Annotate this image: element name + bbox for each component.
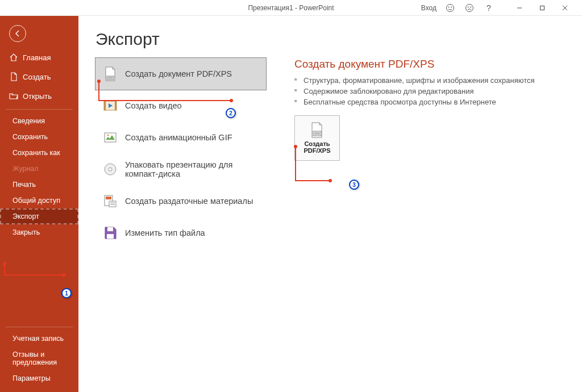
nav-saveas-label: Сохранить как: [13, 149, 60, 157]
bullet-3: Бесплатные средства просмотра доступны в…: [294, 97, 565, 107]
page-heading: Экспорт: [95, 30, 565, 49]
svg-point-5: [470, 6, 471, 7]
nav-new[interactable]: Создать: [0, 67, 78, 86]
annotation-circle-2: 2: [226, 108, 236, 118]
face-smile-icon[interactable]: [444, 2, 456, 14]
cd-icon: [102, 161, 118, 177]
nav-share-label: Общий доступ: [13, 197, 60, 205]
annotation-dot: [62, 273, 65, 277]
nav-close[interactable]: Закрыть: [0, 224, 78, 240]
option-change-type[interactable]: Изменить тип файла: [95, 217, 266, 249]
option-changetype-label: Изменить тип файла: [125, 228, 205, 237]
home-icon: [9, 53, 18, 62]
nav-new-label: Создать: [23, 73, 51, 81]
help-icon[interactable]: ?: [483, 2, 494, 14]
svg-point-16: [107, 134, 109, 136]
pdf-xps-icon: [102, 66, 118, 82]
annotation-dot: [97, 80, 101, 83]
annotation-dot: [329, 179, 332, 182]
svg-rect-20: [106, 197, 111, 199]
option-pdf-xps[interactable]: Создать документ PDF/XPS: [95, 58, 266, 90]
detail-bullets: Структура, форматирование, шрифты и изоб…: [294, 75, 565, 107]
backstage-sidebar: Главная Создать Открыть Сведения Сохрани…: [0, 16, 78, 392]
annotation-line: [295, 147, 296, 181]
option-pack-cd[interactable]: Упаковать презентацию для компакт-диска: [95, 153, 266, 185]
nav-open-label: Открыть: [23, 92, 52, 101]
option-gif-label: Создать анимационный GIF: [125, 133, 232, 142]
nav-info[interactable]: Сведения: [0, 113, 78, 129]
svg-rect-11: [108, 77, 113, 78]
annotation-circle-1: 1: [61, 288, 72, 298]
nav-history-label: Журнал: [13, 165, 39, 173]
create-pdf-button-label: Создать PDF/XPS: [295, 140, 339, 154]
option-video-label: Создать видео: [125, 101, 182, 110]
annotation-line: [98, 81, 99, 101]
nav-account-label: Учетная запись: [13, 335, 64, 343]
signin-link[interactable]: Вход: [421, 4, 436, 12]
create-pdf-xps-button[interactable]: Создать PDF/XPS: [294, 115, 340, 161]
svg-point-1: [448, 6, 450, 7]
save-as-type-icon: [102, 225, 118, 241]
svg-point-4: [468, 6, 469, 7]
nav-save-label: Сохранить: [13, 133, 48, 141]
nav-open[interactable]: Открыть: [0, 86, 78, 106]
nav-print[interactable]: Печать: [0, 177, 78, 193]
gif-icon: [102, 130, 118, 145]
nav-options-label: Параметры: [13, 374, 51, 382]
nav-export-label: Экспорт: [13, 212, 39, 220]
option-handouts[interactable]: Создать раздаточные материалы: [95, 185, 266, 217]
nav-share[interactable]: Общий доступ: [0, 193, 78, 208]
annotation-dot: [230, 99, 233, 102]
svg-rect-25: [107, 234, 114, 239]
folder-open-icon: [9, 91, 18, 101]
nav-export[interactable]: Экспорт: [0, 208, 78, 224]
svg-rect-24: [107, 227, 113, 231]
new-file-icon: [9, 72, 18, 81]
nav-info-label: Сведения: [13, 117, 45, 125]
nav-close-label: Закрыть: [13, 228, 40, 236]
window-title: Презентация1 - PowerPoint: [248, 4, 334, 12]
svg-point-2: [451, 6, 452, 7]
nav-saveas[interactable]: Сохранить как: [0, 145, 78, 161]
export-options-list: Создать документ PDF/XPS Создать видео С…: [95, 58, 266, 249]
svg-rect-21: [109, 201, 116, 207]
svg-rect-15: [105, 133, 116, 142]
bullet-1: Структура, форматирование, шрифты и изоб…: [294, 75, 565, 86]
option-video[interactable]: Создать видео: [95, 90, 266, 122]
option-packcd-label: Упаковать презентацию для компакт-диска: [125, 160, 259, 178]
sidebar-divider-2: [6, 327, 73, 327]
nav-home-label: Главная: [23, 53, 51, 62]
annotation-dot: [294, 145, 297, 148]
export-detail-panel: Создать документ PDF/XPS Структура, форм…: [294, 58, 565, 249]
face-sad-icon[interactable]: [464, 2, 475, 14]
svg-point-18: [109, 168, 112, 171]
close-button[interactable]: [554, 2, 576, 14]
back-button[interactable]: [9, 25, 26, 42]
nav-feedback[interactable]: Отзывы и предложения: [0, 347, 78, 370]
titlebar-right: Вход ?: [421, 2, 582, 14]
annotation-circle-3: 3: [349, 180, 359, 190]
nav-history: Журнал: [0, 161, 78, 177]
annotation-line: [4, 274, 64, 276]
option-pdf-label: Создать документ PDF/XPS: [125, 69, 232, 78]
nav-save[interactable]: Сохранить: [0, 129, 78, 145]
svg-point-3: [466, 4, 473, 11]
bullet-2: Содержимое заблокировано для редактирова…: [294, 86, 565, 97]
nav-home[interactable]: Главная: [0, 48, 78, 67]
detail-title: Создать документ PDF/XPS: [294, 58, 565, 70]
window-controls: [508, 2, 576, 14]
nav-feedback-label: Отзывы и предложения: [13, 351, 72, 366]
annotation-dot: [3, 262, 6, 265]
handouts-icon: [102, 193, 118, 209]
svg-point-0: [447, 4, 454, 11]
option-handouts-label: Создать раздаточные материалы: [125, 197, 253, 206]
svg-rect-27: [314, 132, 320, 135]
option-gif[interactable]: Создать анимационный GIF: [95, 122, 266, 153]
pdf-xps-big-icon: [308, 122, 326, 138]
nav-options[interactable]: Параметры: [0, 370, 78, 386]
titlebar: Презентация1 - PowerPoint Вход ?: [0, 0, 582, 16]
nav-account[interactable]: Учетная запись: [0, 331, 78, 347]
minimize-button[interactable]: [508, 2, 531, 14]
maximize-button[interactable]: [531, 2, 554, 14]
svg-rect-7: [541, 6, 544, 10]
